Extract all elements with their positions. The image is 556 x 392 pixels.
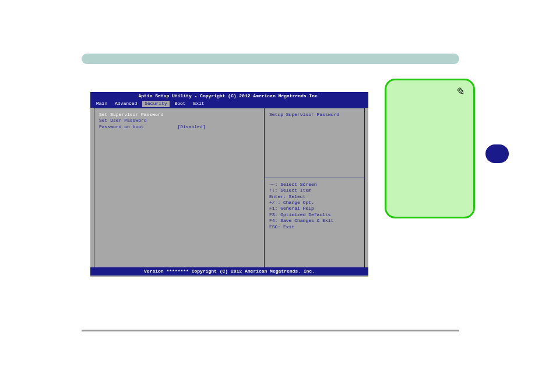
item-label: Password on boot <box>99 124 144 129</box>
bios-key-help: →←: Select Screen ↑↓: Select Item Enter:… <box>265 178 364 270</box>
item-value: [Disabled] <box>177 124 205 129</box>
help-line: F4: Save Changes & Exit <box>269 218 360 224</box>
tab-security[interactable]: Security <box>142 101 169 107</box>
help-line: Enter: Select <box>269 194 360 200</box>
tab-advanced[interactable]: Advanced <box>112 101 139 107</box>
item-password-on-boot[interactable]: Password on boot [Disabled] <box>99 124 259 130</box>
header-bar <box>82 54 459 64</box>
bios-left-panel: Set Supervisor Password Set User Passwor… <box>94 108 265 270</box>
help-line: +/-: Change Opt. <box>269 200 360 206</box>
note-callout: ✎ <box>385 79 475 218</box>
bios-body: Set Supervisor Password Set User Passwor… <box>94 108 365 271</box>
help-line: →←: Select Screen <box>269 182 360 188</box>
footer-divider <box>82 330 459 331</box>
item-set-user-password[interactable]: Set User Password <box>99 118 259 123</box>
help-line: ESC: Exit <box>269 224 360 230</box>
bios-right-panel: Setup Supervisor Password →←: Select Scr… <box>265 108 364 270</box>
pencil-icon: ✎ <box>455 84 464 98</box>
bios-menubar: Main Advanced Security Boot Exit <box>90 100 368 107</box>
help-line: F1: General Help <box>269 206 360 211</box>
tab-exit[interactable]: Exit <box>191 101 206 107</box>
tab-boot[interactable]: Boot <box>172 101 188 107</box>
bios-screenshot: Aptio Setup Utility - Copyright (C) 2012… <box>90 92 368 277</box>
bios-title: Aptio Setup Utility - Copyright (C) 2012… <box>90 92 368 100</box>
bios-item-help: Setup Supervisor Password <box>265 108 364 178</box>
help-line: F3: Optimized Defaults <box>269 212 360 218</box>
help-line: ↑↓: Select Item <box>269 188 360 193</box>
tab-main[interactable]: Main <box>94 101 110 107</box>
item-set-supervisor-password[interactable]: Set Supervisor Password <box>99 112 259 118</box>
page-tab-marker <box>485 144 509 163</box>
